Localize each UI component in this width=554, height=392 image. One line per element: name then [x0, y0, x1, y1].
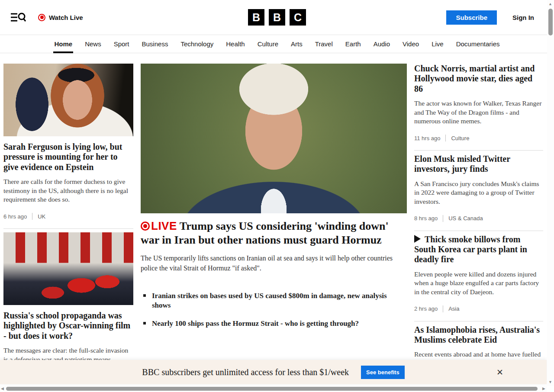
- meta-separator: [443, 305, 443, 312]
- divider: [414, 321, 543, 321]
- article-headline[interactable]: As Islamophobia rises, Australia's Musli…: [414, 325, 543, 345]
- article-card: Chuck Norris, martial artist and Hollywo…: [414, 64, 543, 151]
- article-card: Elon Musk misled Twitter investors, jury…: [414, 154, 543, 231]
- meta-separator: [32, 213, 32, 220]
- article-headline[interactable]: Sarah Ferguson is lying low, but pressur…: [3, 142, 133, 172]
- divider: [414, 150, 543, 151]
- main-content: Sarah Ferguson is lying low, but pressur…: [0, 53, 554, 392]
- left-column: Sarah Ferguson is lying low, but pressur…: [3, 64, 133, 392]
- nav-item-live[interactable]: Live: [429, 35, 446, 53]
- article-summary: Eleven people were killed and dozens inj…: [414, 270, 543, 297]
- scroll-up-arrow-icon[interactable]: ▲: [548, 2, 552, 6]
- see-benefits-button[interactable]: See benefits: [361, 366, 405, 379]
- live-badge: LIVE: [151, 219, 177, 232]
- nav-item-health[interactable]: Health: [223, 35, 247, 53]
- nav-item-arts[interactable]: Arts: [288, 35, 305, 53]
- nav-item-culture[interactable]: Culture: [255, 35, 281, 53]
- scroll-left-arrow-icon[interactable]: ◀: [1, 386, 4, 391]
- article-headline-text: Thick smoke billows from South Korea car…: [414, 235, 527, 264]
- nav-item-audio[interactable]: Audio: [371, 35, 393, 53]
- article-headline[interactable]: Thick smoke billows from South Korea car…: [414, 235, 543, 265]
- article-card: Sarah Ferguson is lying low, but pressur…: [3, 64, 133, 229]
- primary-nav: Home News Sport Business Technology Heal…: [0, 35, 554, 53]
- vertical-scrollbar[interactable]: ▲ ▼: [547, 0, 554, 386]
- related-story-list: Iranian strikes on bases used by US caus…: [141, 291, 407, 328]
- article-timestamp: 2 hrs ago: [414, 305, 438, 312]
- live-dot-icon: [141, 222, 150, 231]
- article-card: Russia's school propaganda was highlight…: [3, 232, 133, 373]
- nav-item-business[interactable]: Business: [139, 35, 171, 53]
- bbc-logo[interactable]: B B C: [248, 9, 306, 26]
- russian-school-photo[interactable]: [3, 232, 133, 305]
- donald-trump-photo[interactable]: [141, 64, 407, 213]
- nav-item-documentaries[interactable]: Documentaries: [454, 35, 502, 53]
- sign-in-button[interactable]: Sign In: [512, 14, 534, 21]
- article-section-link[interactable]: Culture: [451, 135, 469, 141]
- divider: [414, 231, 543, 231]
- bbc-logo-letter: C: [290, 9, 306, 26]
- main-story-headline[interactable]: LIVE Trump says US considering 'winding …: [141, 219, 407, 247]
- sarah-ferguson-photo[interactable]: [3, 64, 133, 136]
- subscription-banner: BBC subscribers get unlimited access for…: [0, 360, 547, 384]
- article-summary: The actor was known for Walker, Texas Ra…: [414, 99, 543, 126]
- article-section-link[interactable]: US & Canada: [448, 215, 483, 222]
- nav-item-sport[interactable]: Sport: [111, 35, 132, 53]
- nav-item-travel[interactable]: Travel: [312, 35, 335, 53]
- nav-item-home[interactable]: Home: [52, 35, 75, 53]
- nav-item-technology[interactable]: Technology: [178, 35, 216, 53]
- article-timestamp: 11 hrs ago: [414, 135, 440, 141]
- right-column: Chuck Norris, martial artist and Hollywo…: [414, 64, 543, 392]
- horizontal-scrollbar[interactable]: ◀ ▶: [0, 386, 547, 392]
- article-summary: There are calls for the former duchess t…: [3, 177, 133, 204]
- article-headline[interactable]: Russia's school propaganda was highlight…: [3, 311, 133, 341]
- article-section-link[interactable]: Asia: [448, 305, 459, 312]
- article-headline[interactable]: Elon Musk misled Twitter investors, jury…: [414, 154, 543, 174]
- bbc-logo-letter: B: [269, 9, 285, 26]
- subscribe-button[interactable]: Subscribe: [446, 10, 497, 25]
- horizontal-scrollbar-thumb[interactable]: [6, 387, 538, 391]
- site-header: Watch Live B B C Subscribe Sign In: [0, 0, 554, 35]
- vertical-scrollbar-thumb[interactable]: [548, 9, 553, 35]
- watch-live-button[interactable]: Watch Live: [38, 14, 83, 21]
- banner-text: BBC subscribers get unlimited access for…: [142, 367, 349, 377]
- center-column: LIVE Trump says US considering 'winding …: [141, 64, 407, 392]
- related-story-link[interactable]: Iranian strikes on bases used by US caus…: [141, 291, 407, 310]
- close-icon[interactable]: ✕: [496, 367, 503, 377]
- nav-item-video[interactable]: Video: [400, 35, 422, 53]
- related-story-link[interactable]: Nearly 100 ships pass the Hormuz Strait …: [141, 319, 407, 328]
- divider: [3, 228, 133, 229]
- bbc-logo-letter: B: [248, 9, 264, 26]
- main-story-summary: The US temporarily lifts sanctions on Ir…: [141, 254, 407, 273]
- main-headline-text: Trump says US considering 'winding down'…: [141, 220, 389, 246]
- play-icon: [414, 235, 421, 243]
- article-timestamp: 6 hrs ago: [3, 213, 27, 220]
- nav-item-earth[interactable]: Earth: [343, 35, 364, 53]
- article-timestamp: 8 hrs ago: [414, 215, 438, 222]
- meta-separator: [443, 215, 443, 222]
- article-card: Thick smoke billows from South Korea car…: [414, 235, 543, 321]
- scroll-right-arrow-icon[interactable]: ▶: [542, 386, 545, 391]
- meta-separator: [445, 135, 446, 141]
- article-headline[interactable]: Chuck Norris, martial artist and Hollywo…: [414, 64, 543, 94]
- live-dot-icon: [38, 14, 45, 21]
- scroll-down-arrow-icon[interactable]: ▼: [548, 380, 552, 384]
- menu-search-icon[interactable]: [10, 12, 26, 23]
- watch-live-label: Watch Live: [49, 14, 83, 21]
- article-section-link[interactable]: UK: [38, 213, 45, 220]
- article-summary: A San Francisco jury concludes Musk's cl…: [414, 180, 543, 206]
- nav-item-news[interactable]: News: [82, 35, 104, 53]
